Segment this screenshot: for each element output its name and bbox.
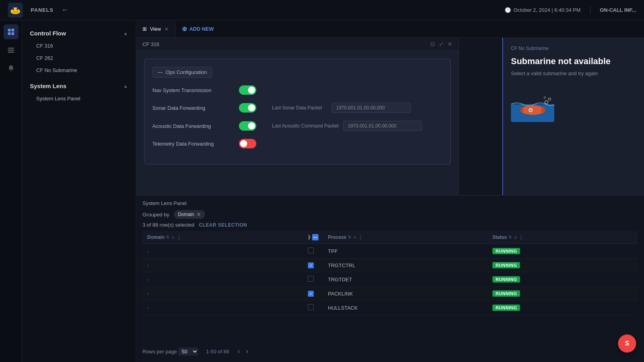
sidebar-section-control-flow: Control Flow ▲ CF 316 CF 262 CF No Subma… — [22, 27, 136, 76]
row-checkbox-3[interactable] — [308, 291, 314, 297]
next-page-button[interactable]: › — [244, 347, 250, 356]
external-link-icon[interactable]: ⊡ — [430, 41, 435, 47]
ops-config-box: — Ops Configuration Nav System Transmiss… — [144, 59, 451, 164]
row-checkbox-1[interactable] — [308, 262, 314, 268]
expand-icon[interactable]: ⤢ — [439, 41, 444, 47]
menu-icon-process[interactable]: ≡ — [353, 235, 357, 240]
telemetry-toggle[interactable] — [239, 139, 256, 148]
rows-per-page-select[interactable]: 50 25 100 — [178, 347, 198, 356]
row-checkbox-2[interactable] — [308, 276, 314, 282]
table-row[interactable]: › TRGTDET RUNNING — [142, 272, 638, 287]
add-new-button[interactable]: ⊕ ADD NEW — [176, 20, 220, 37]
sidebar: Control Flow ▲ CF 316 CF 262 CF No Subma… — [22, 20, 136, 362]
table-container[interactable]: Domain ⇅ ≡ ⋮ ⟫ — [142, 231, 638, 343]
back-button[interactable]: ← — [61, 6, 68, 14]
cell-cb-3 — [303, 287, 323, 301]
status-badge-2: RUNNING — [492, 276, 520, 283]
cf316-scroll[interactable]: — Ops Configuration Nav System Transmiss… — [136, 51, 459, 195]
th-menu-dots-process[interactable]: ⋮ — [358, 235, 363, 240]
topbar: PANELS ← 🕐 October 2, 2024 | 6:40:34 PM … — [0, 0, 644, 20]
sidebar-section-header-system-lens[interactable]: System Lens ▲ — [22, 79, 136, 92]
svg-point-19 — [529, 109, 532, 111]
icon-strip-grid[interactable] — [4, 24, 19, 39]
th-menu-dots-domain[interactable]: ⋮ — [176, 235, 181, 240]
icon-strip-bell[interactable] — [4, 61, 19, 76]
sort-icon-status[interactable]: ⇅ — [509, 235, 512, 239]
group-tag-domain[interactable]: Domain ✕ — [174, 210, 205, 219]
cell-domain-4: › — [142, 301, 303, 315]
sidebar-section-title-cf: Control Flow — [30, 30, 66, 37]
th-menu-dots-status[interactable]: ⋮ — [518, 235, 524, 240]
tab-view[interactable]: ⊞ View ✕ — [136, 20, 176, 37]
prev-page-button[interactable]: ‹ — [235, 347, 242, 356]
table-row[interactable]: › PACKLINK RUNNING — [142, 287, 638, 301]
sort-icon-process[interactable]: ⇅ — [348, 235, 351, 239]
row-expand-arrow-0[interactable]: › — [147, 248, 149, 254]
ops-config-row-2: Acoustic Data Forwarding Last Acoustic C… — [152, 121, 442, 131]
minus-icon: — — [157, 69, 163, 75]
cell-domain-1: › — [142, 259, 303, 272]
th-domain: Domain ⇅ ≡ ⋮ — [142, 231, 303, 244]
row-checkbox-4[interactable] — [308, 304, 314, 310]
table-row[interactable]: › TRGTCTRL RUNNING — [142, 259, 638, 272]
cf-no-sub-heading: Submarine not available — [511, 56, 636, 67]
sidebar-item-slp[interactable]: System Lens Panel — [22, 92, 136, 105]
cf316-title: CF 316 — [142, 41, 159, 47]
sidebar-item-cf316[interactable]: CF 316 — [22, 40, 136, 52]
table-row[interactable]: › TPF RUNNING — [142, 244, 638, 259]
cell-cb-0 — [303, 244, 323, 259]
sonar-packet-label: Last Sonar Data Packet — [272, 105, 327, 111]
svg-rect-12 — [8, 52, 14, 53]
main-layout: Control Flow ▲ CF 316 CF 262 CF No Subma… — [0, 20, 644, 362]
group-tag-remove-icon[interactable]: ✕ — [196, 211, 201, 218]
acoustic-packet-input[interactable] — [343, 121, 422, 131]
selection-info: 3 of 88 row(s) selected CLEAR SELECTION — [142, 222, 638, 228]
row-expand-arrow-2[interactable]: › — [147, 277, 149, 283]
icon-strip — [0, 20, 22, 362]
cell-domain-2: › — [142, 272, 303, 287]
th-checkbox: ⟫ — [303, 231, 323, 244]
tab-close-button[interactable]: ✕ — [164, 26, 169, 32]
cf316-header: CF 316 ⊡ ⤢ ✕ — [136, 38, 459, 51]
chevron-up-table-icon[interactable]: ⟫ — [308, 235, 311, 240]
system-lens-panel: System Lens Panel Grouped by Domain ✕ 3 … — [136, 196, 644, 362]
icon-strip-table[interactable] — [4, 42, 19, 57]
menu-icon-status[interactable]: ≡ — [514, 235, 517, 240]
status-badge-1: RUNNING — [492, 262, 520, 268]
row-expand-arrow-1[interactable]: › — [147, 262, 149, 268]
cf-no-sub-panel-title: CF No Submarine — [511, 46, 636, 51]
sidebar-item-cfnosub[interactable]: CF No Submarine — [22, 64, 136, 76]
content-area: ⊞ View ✕ ⊕ ADD NEW CF 316 ⊡ ⤢ — [136, 20, 644, 362]
table-row[interactable]: › HULLSTACK RUNNING — [142, 301, 638, 315]
acoustic-toggle[interactable] — [239, 121, 256, 131]
sonar-packet-input[interactable] — [332, 103, 411, 113]
row-checkbox-0[interactable] — [308, 247, 314, 253]
sidebar-section-header-control-flow[interactable]: Control Flow ▲ — [22, 27, 136, 40]
plus-circle-icon: ⊕ — [182, 25, 187, 33]
status-badge-4: RUNNING — [492, 305, 520, 311]
status-badge-3: RUNNING — [492, 290, 520, 297]
cell-status-1: RUNNING — [488, 259, 638, 272]
tab-view-label: View — [150, 26, 161, 32]
cf316-header-icons: ⊡ ⤢ ✕ — [430, 41, 452, 47]
fab-button[interactable]: S — [618, 334, 636, 353]
clear-selection-button[interactable]: CLEAR SELECTION — [199, 222, 247, 228]
sonar-toggle[interactable] — [239, 103, 256, 113]
sort-icon-domain[interactable]: ⇅ — [166, 235, 169, 239]
oncall-label: ON-CALL INF... — [600, 7, 636, 13]
clock-icon: 🕐 — [505, 7, 511, 13]
right-panel-area: CF No Submarine Submarine not available … — [459, 38, 644, 195]
menu-icon-domain[interactable]: ≡ — [172, 235, 175, 240]
sidebar-item-cf262[interactable]: CF 262 — [22, 52, 136, 64]
close-panel-icon[interactable]: ✕ — [448, 41, 452, 47]
row-expand-arrow-4[interactable]: › — [147, 305, 149, 311]
acoustic-packet-label: Last Acoustic Command Packet — [272, 123, 339, 129]
master-checkbox[interactable] — [312, 234, 318, 240]
table-header: Domain ⇅ ≡ ⋮ ⟫ — [142, 231, 638, 244]
svg-point-4 — [13, 8, 14, 10]
fab-icon: S — [625, 340, 629, 347]
toggle-knob-1 — [248, 104, 255, 111]
row-expand-arrow-3[interactable]: › — [147, 291, 149, 297]
nav-system-toggle[interactable] — [239, 85, 256, 95]
svg-point-22 — [544, 97, 546, 98]
